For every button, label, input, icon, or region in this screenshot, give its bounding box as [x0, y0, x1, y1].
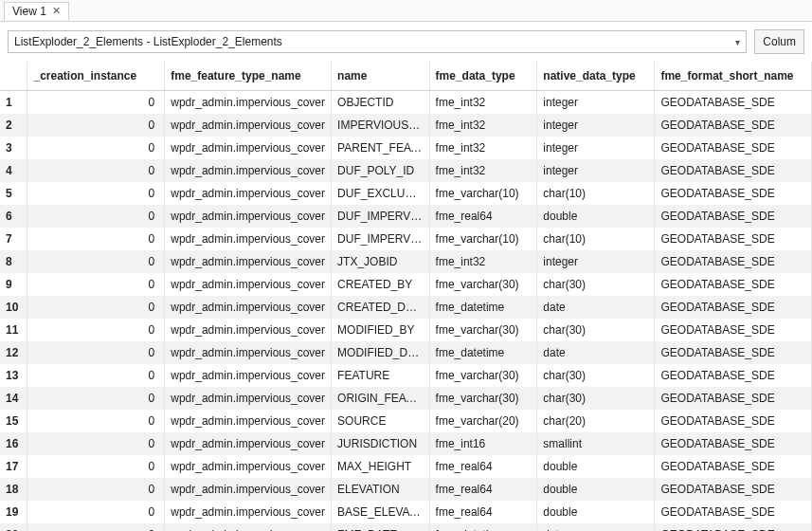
row-number[interactable]: 8: [0, 250, 27, 273]
cell-name: DUF_IMPERVIO...: [332, 205, 429, 228]
row-number[interactable]: 15: [0, 410, 27, 432]
cell-format-short-name: GEODATABASE_SDE: [655, 319, 812, 341]
row-number[interactable]: 2: [0, 114, 27, 137]
cell-name: FEATURE: [332, 364, 429, 387]
cell-native-data-type: char(30): [537, 364, 655, 387]
cell-fme-data-type: fme_varchar(30): [429, 387, 537, 410]
cell-format-short-name: GEODATABASE_SDE: [655, 501, 812, 523]
cell-creation-instance: 0: [27, 91, 165, 114]
cell-creation-instance: 0: [27, 501, 165, 523]
tab-view[interactable]: View 1 ✕: [4, 2, 69, 20]
cell-feature-type: wpdr_admin.impervious_cover: [165, 319, 332, 341]
cell-format-short-name: GEODATABASE_SDE: [655, 228, 812, 250]
row-number[interactable]: 5: [0, 182, 27, 205]
cell-fme-data-type: fme_real64: [429, 478, 537, 501]
row-number[interactable]: 17: [0, 455, 27, 478]
table-row[interactable]: 120wpdr_admin.impervious_coverMODIFIED_D…: [0, 341, 812, 364]
table-row[interactable]: 180wpdr_admin.impervious_coverELEVATIONf…: [0, 478, 812, 501]
cell-creation-instance: 0: [27, 250, 165, 273]
cell-native-data-type: char(10): [537, 182, 655, 205]
cell-native-data-type: integer: [537, 137, 655, 159]
row-number[interactable]: 9: [0, 273, 27, 296]
cell-creation-instance: 0: [27, 478, 165, 501]
cell-creation-instance: 0: [27, 182, 165, 205]
cell-fme-data-type: fme_int32: [429, 159, 537, 182]
table-row[interactable]: 150wpdr_admin.impervious_coverSOURCEfme_…: [0, 410, 812, 432]
cell-format-short-name: GEODATABASE_SDE: [655, 364, 812, 387]
cell-format-short-name: GEODATABASE_SDE: [655, 159, 812, 182]
row-number[interactable]: 18: [0, 478, 27, 501]
row-number[interactable]: 19: [0, 501, 27, 523]
table-row[interactable]: 100wpdr_admin.impervious_coverCREATED_DA…: [0, 296, 812, 319]
cell-fme-data-type: fme_varchar(20): [429, 410, 537, 432]
cell-name: CREATED_BY: [332, 273, 429, 296]
columns-button-label: Colum: [763, 35, 796, 48]
row-number[interactable]: 13: [0, 364, 27, 387]
cell-fme-data-type: fme_int32: [429, 114, 537, 137]
cell-feature-type: wpdr_admin.impervious_cover: [165, 114, 332, 137]
cell-native-data-type: date: [537, 523, 655, 532]
cell-format-short-name: GEODATABASE_SDE: [655, 341, 812, 364]
table-row[interactable]: 90wpdr_admin.impervious_coverCREATED_BYf…: [0, 273, 812, 296]
table-row[interactable]: 10wpdr_admin.impervious_coverOBJECTIDfme…: [0, 91, 812, 114]
cell-native-data-type: date: [537, 296, 655, 319]
table-row[interactable]: 130wpdr_admin.impervious_coverFEATUREfme…: [0, 364, 812, 387]
cell-feature-type: wpdr_admin.impervious_cover: [165, 250, 332, 273]
header-fme-format-short-name[interactable]: fme_format_short_name: [655, 62, 812, 91]
dataset-select[interactable]: ListExploder_2_Elements - ListExploder_2…: [8, 30, 747, 53]
tab-label: View 1: [12, 5, 46, 18]
cell-name: DUF_POLY_ID: [332, 159, 429, 182]
header-fme-feature-type-name[interactable]: fme_feature_type_name: [165, 62, 332, 91]
header-fme-data-type[interactable]: fme_data_type: [429, 62, 537, 91]
header-creation-instance[interactable]: _creation_instance: [27, 62, 165, 91]
table-row[interactable]: 170wpdr_admin.impervious_coverMAX_HEIGHT…: [0, 455, 812, 478]
row-number[interactable]: 3: [0, 137, 27, 159]
cell-fme-data-type: fme_real64: [429, 205, 537, 228]
cell-native-data-type: double: [537, 478, 655, 501]
cell-format-short-name: GEODATABASE_SDE: [655, 455, 812, 478]
table-row[interactable]: 80wpdr_admin.impervious_coverJTX_JOBIDfm…: [0, 250, 812, 273]
row-number[interactable]: 6: [0, 205, 27, 228]
cell-native-data-type: integer: [537, 159, 655, 182]
row-number[interactable]: 7: [0, 228, 27, 250]
row-number[interactable]: 10: [0, 296, 27, 319]
cell-name: MODIFIED_BY: [332, 319, 429, 341]
table-row[interactable]: 30wpdr_admin.impervious_coverPARENT_FEAT…: [0, 137, 812, 159]
table-row[interactable]: 50wpdr_admin.impervious_coverDUF_EXCLUSI…: [0, 182, 812, 205]
header-native-data-type[interactable]: native_data_type: [537, 62, 655, 91]
row-number[interactable]: 4: [0, 159, 27, 182]
table-row[interactable]: 160wpdr_admin.impervious_coverJURISDICTI…: [0, 432, 812, 455]
cell-fme-data-type: fme_int32: [429, 137, 537, 159]
cell-creation-instance: 0: [27, 159, 165, 182]
row-number[interactable]: 12: [0, 341, 27, 364]
cell-name: OBJECTID: [332, 91, 429, 114]
cell-creation-instance: 0: [27, 114, 165, 137]
close-icon[interactable]: ✕: [52, 5, 61, 17]
cell-feature-type: wpdr_admin.impervious_cover: [165, 341, 332, 364]
table-row[interactable]: 110wpdr_admin.impervious_coverMODIFIED_B…: [0, 319, 812, 341]
row-number[interactable]: 11: [0, 319, 27, 341]
row-number[interactable]: 14: [0, 387, 27, 410]
cell-feature-type: wpdr_admin.impervious_cover: [165, 455, 332, 478]
table-row[interactable]: 190wpdr_admin.impervious_coverBASE_ELEVA…: [0, 501, 812, 523]
table-row[interactable]: 140wpdr_admin.impervious_coverORIGIN_FEA…: [0, 387, 812, 410]
header-name[interactable]: name: [332, 62, 429, 91]
cell-name: PARENT_FEATU...: [332, 137, 429, 159]
row-number[interactable]: 16: [0, 432, 27, 455]
header-rownum[interactable]: [0, 62, 27, 91]
cell-format-short-name: GEODATABASE_SDE: [655, 478, 812, 501]
columns-button[interactable]: Colum: [754, 29, 804, 54]
row-number[interactable]: 20: [0, 523, 27, 532]
table-row[interactable]: 200wpdr_admin.impervious_coverFME_DATEfm…: [0, 523, 812, 532]
cell-creation-instance: 0: [27, 296, 165, 319]
cell-name: SOURCE: [332, 410, 429, 432]
row-number[interactable]: 1: [0, 91, 27, 114]
cell-fme-data-type: fme_datetime: [429, 523, 537, 532]
table-row[interactable]: 70wpdr_admin.impervious_coverDUF_IMPERVI…: [0, 228, 812, 250]
cell-name: ORIGIN_FEATU...: [332, 387, 429, 410]
cell-name: MAX_HEIGHT: [332, 455, 429, 478]
cell-feature-type: wpdr_admin.impervious_cover: [165, 523, 332, 532]
table-row[interactable]: 20wpdr_admin.impervious_coverIMPERVIOUS_…: [0, 114, 812, 137]
table-row[interactable]: 40wpdr_admin.impervious_coverDUF_POLY_ID…: [0, 159, 812, 182]
table-row[interactable]: 60wpdr_admin.impervious_coverDUF_IMPERVI…: [0, 205, 812, 228]
